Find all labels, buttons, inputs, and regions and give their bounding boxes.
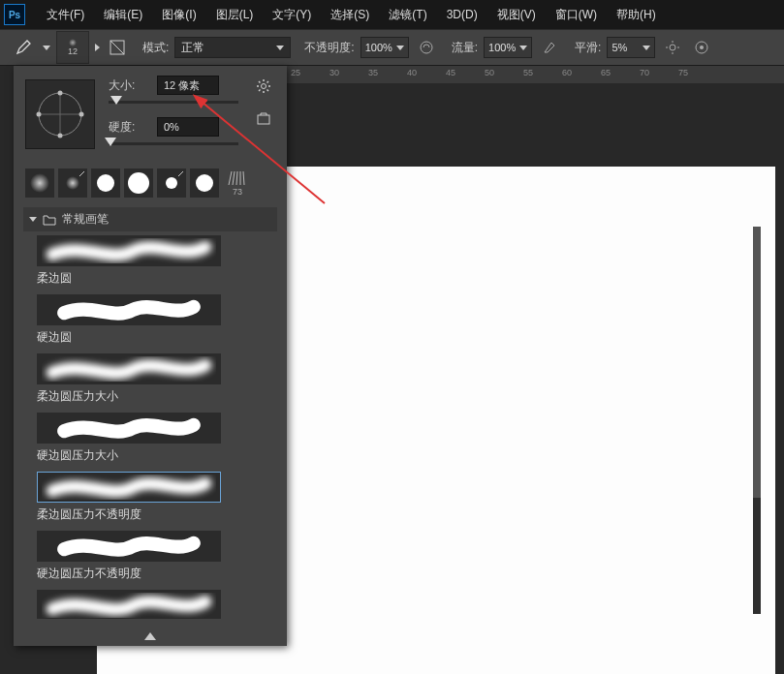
brush-folder[interactable]: 常规画笔 xyxy=(23,207,277,231)
ruler-tick: 40 xyxy=(407,68,417,77)
hardness-slider[interactable] xyxy=(109,142,238,145)
smooth-input[interactable]: 5% xyxy=(607,37,655,58)
hard-brush-icon xyxy=(166,177,177,189)
expand-handle[interactable] xyxy=(14,627,287,646)
hardness-input[interactable]: 0% xyxy=(157,117,219,137)
preset-thumb[interactable] xyxy=(157,168,186,198)
size-input[interactable]: 12 像素 xyxy=(157,76,219,95)
folder-label: 常规画笔 xyxy=(62,211,109,228)
brush-settings-icon[interactable] xyxy=(106,36,129,59)
menu-type[interactable]: 文字(Y) xyxy=(263,7,321,23)
brush-dot-icon xyxy=(69,39,77,46)
ruler-tick: 45 xyxy=(446,68,455,77)
svg-point-12 xyxy=(58,91,63,96)
brush-list-item[interactable]: 软圆压力不透明度和流量 xyxy=(23,586,277,619)
opacity-value: 100% xyxy=(365,42,392,53)
preset-thumb[interactable] xyxy=(124,168,153,198)
menu-window[interactable]: 窗口(W) xyxy=(546,7,607,23)
opacity-label: 不透明度: xyxy=(304,40,354,56)
menu-edit[interactable]: 编辑(E) xyxy=(94,7,152,23)
opacity-input[interactable]: 100% xyxy=(361,37,409,58)
svg-line-27 xyxy=(233,171,235,185)
ruler-tick: 60 xyxy=(562,68,572,77)
slider-thumb-icon[interactable] xyxy=(110,96,122,105)
svg-line-28 xyxy=(236,171,237,185)
svg-point-16 xyxy=(262,84,267,89)
svg-line-26 xyxy=(229,171,232,185)
brush-name: 硬边圆压力大小 xyxy=(37,447,264,464)
menu-help[interactable]: 帮助(H) xyxy=(607,7,666,23)
brush-size-num: 12 xyxy=(68,46,78,56)
brush-preset-popup: 大小: 12 像素 硬度: 0% xyxy=(14,66,287,646)
svg-point-15 xyxy=(79,112,84,117)
hardness-label: 硬度: xyxy=(109,119,149,136)
menu-select[interactable]: 选择(S) xyxy=(321,7,379,23)
menu-file[interactable]: 文件(F) xyxy=(37,7,94,23)
brush-tip-preview[interactable] xyxy=(25,79,95,149)
svg-line-23 xyxy=(259,90,261,92)
brush-list-item[interactable]: 硬边圆 xyxy=(23,291,277,350)
brush-preset-picker[interactable]: 12 xyxy=(56,31,89,64)
brush-stroke-preview xyxy=(37,531,221,562)
size-pressure-icon[interactable] xyxy=(690,36,713,59)
brush-list-item[interactable]: 柔边圆 xyxy=(23,231,277,291)
tool-dropdown-icon[interactable] xyxy=(43,46,50,50)
preset-thumbnails: 73 xyxy=(14,163,287,203)
airbrush-icon[interactable] xyxy=(538,36,561,59)
scrollbar-thumb[interactable] xyxy=(753,227,761,498)
ruler-tick: 65 xyxy=(601,68,611,77)
hard-brush-icon xyxy=(196,174,213,192)
brush-name: 柔边圆 xyxy=(37,270,264,287)
brush-panel-toggle-icon[interactable] xyxy=(95,44,100,51)
soft-brush-icon xyxy=(30,173,49,193)
flow-input[interactable]: 100% xyxy=(484,37,532,58)
chevron-down-icon xyxy=(396,46,404,50)
brush-list-item[interactable]: 硬边圆压力大小 xyxy=(23,409,277,468)
brush-stroke-preview xyxy=(37,413,221,444)
size-slider[interactable] xyxy=(109,101,238,104)
brush-stroke-preview xyxy=(37,294,221,325)
preset-thumb[interactable] xyxy=(91,168,120,198)
svg-point-13 xyxy=(58,134,63,138)
mode-label: 模式: xyxy=(142,40,169,56)
scrollbar[interactable] xyxy=(753,227,761,614)
hard-brush-icon xyxy=(128,172,149,194)
chevron-down-icon xyxy=(643,46,650,50)
brush-name: 柔边圆压力大小 xyxy=(37,388,264,405)
mode-value: 正常 xyxy=(181,40,204,56)
opacity-pressure-icon[interactable] xyxy=(415,36,438,59)
folder-icon xyxy=(43,214,56,226)
soft-brush-icon xyxy=(66,176,79,190)
chevron-up-icon xyxy=(144,632,156,640)
menu-filter[interactable]: 滤镜(T) xyxy=(379,7,436,23)
smooth-gear-icon[interactable] xyxy=(661,36,684,59)
svg-rect-25 xyxy=(258,115,269,124)
mode-select[interactable]: 正常 xyxy=(174,37,291,58)
chevron-down-icon xyxy=(519,46,527,50)
svg-point-1 xyxy=(421,42,432,53)
preset-thumb[interactable]: 73 xyxy=(223,168,252,198)
brush-name: 硬边圆 xyxy=(37,329,264,346)
brush-list-item[interactable]: 柔边圆压力大小 xyxy=(23,350,277,409)
brush-list-item[interactable]: 柔边圆压力不透明度 xyxy=(23,468,277,527)
svg-line-30 xyxy=(243,171,244,185)
brush-list-item[interactable]: 硬边圆压力不透明度 xyxy=(23,527,277,586)
slider-thumb-icon[interactable] xyxy=(105,138,116,146)
svg-line-24 xyxy=(267,81,269,83)
brush-tool-icon[interactable] xyxy=(10,34,37,61)
options-bar: 12 模式: 正常 不透明度: 100% 流量: 100% 平滑: 5% xyxy=(0,29,784,66)
menu-3d[interactable]: 3D(D) xyxy=(437,8,487,21)
fan-brush-icon xyxy=(227,169,248,187)
brush-stroke-preview xyxy=(37,235,221,266)
ruler-tick: 25 xyxy=(291,68,300,77)
gear-icon[interactable] xyxy=(257,79,270,95)
preset-thumb[interactable] xyxy=(190,168,219,198)
flow-value: 100% xyxy=(488,42,516,53)
preset-thumb[interactable] xyxy=(58,168,87,198)
menu-layer[interactable]: 图层(L) xyxy=(206,7,264,23)
new-preset-icon[interactable] xyxy=(257,112,270,128)
menu-view[interactable]: 视图(V) xyxy=(487,7,546,23)
size-label: 大小: xyxy=(109,77,149,94)
menu-image[interactable]: 图像(I) xyxy=(152,7,205,23)
preset-thumb[interactable] xyxy=(25,168,54,198)
